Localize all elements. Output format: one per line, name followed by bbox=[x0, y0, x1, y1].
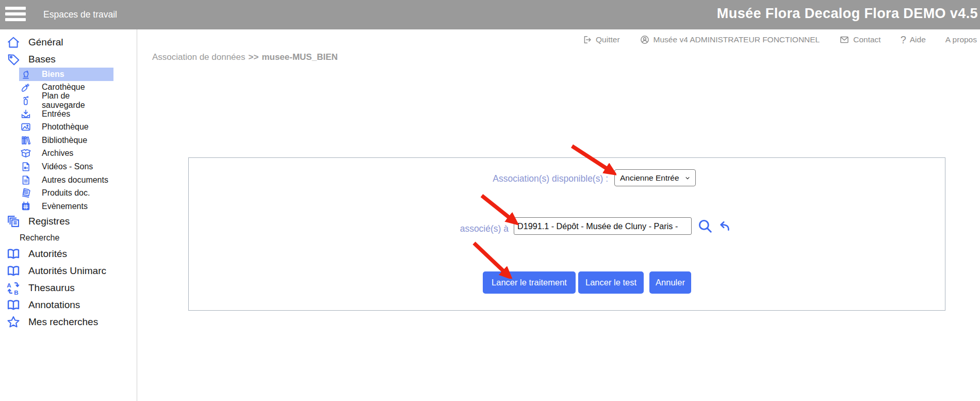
association-select-value: Ancienne Entrée bbox=[620, 173, 679, 183]
sidebar-item-inner: Entrées bbox=[19, 107, 113, 121]
sidebar-item-label: Autres documents bbox=[42, 175, 108, 185]
sidebar-item-inner: Bibliothèque bbox=[19, 134, 113, 147]
sidebar-item-label: Carothèque bbox=[42, 83, 85, 92]
sidebar-item-label: Archives bbox=[42, 149, 73, 158]
sidebar-item-label: Evènements bbox=[42, 202, 88, 211]
sidebar-item-plan-de-sauvegarde[interactable]: Plan de sauvegarde bbox=[0, 94, 137, 107]
home-icon bbox=[6, 35, 21, 50]
user-icon bbox=[640, 35, 650, 45]
header-link-quitter[interactable]: Quitter bbox=[582, 35, 620, 45]
sidebar-item-label: Entrées bbox=[42, 109, 70, 119]
breadcrumb-current: musee-MUS_BIEN bbox=[262, 52, 337, 62]
header-link-label: Contact bbox=[853, 35, 880, 44]
document-icon bbox=[20, 174, 31, 186]
artifact-icon bbox=[20, 69, 31, 80]
question-icon: ? bbox=[901, 35, 906, 45]
sidebar-item-inner: Autres documents bbox=[19, 173, 113, 187]
header-link-aide[interactable]: ?Aide bbox=[901, 35, 926, 45]
translate-icon: AB bbox=[6, 281, 21, 295]
association-form-panel: Association(s) disponible(s) : Ancienne … bbox=[188, 157, 945, 311]
sidebar-item-inner: Evènements bbox=[19, 200, 113, 213]
sidebar-item-registres[interactable]: Registres bbox=[0, 213, 137, 230]
sidebar-item-biens[interactable]: Biens bbox=[0, 68, 137, 81]
annuler-button[interactable]: Annuler bbox=[649, 271, 691, 294]
exit-icon bbox=[582, 35, 592, 45]
tag-icon bbox=[6, 52, 21, 67]
sidebar-item-autorites[interactable]: Autorités bbox=[0, 246, 137, 263]
association-select[interactable]: Ancienne Entrée bbox=[614, 169, 696, 186]
sidebar-item-videos-sons[interactable]: Vidéos - Sons bbox=[0, 160, 137, 173]
open-book-icon bbox=[6, 298, 21, 312]
star-icon bbox=[6, 315, 21, 329]
paper-stack-icon bbox=[20, 187, 31, 199]
archive-box-icon bbox=[20, 148, 31, 159]
sidebar-item-label: Autorités bbox=[28, 248, 67, 260]
header-link-contact[interactable]: Contact bbox=[839, 35, 880, 45]
sidebar-item-phototheque[interactable]: Photothèque bbox=[0, 120, 137, 134]
sidebar-item-inner: Biens bbox=[19, 68, 113, 81]
header-link-musee-v4-administrateur-fonctionnel[interactable]: Musée v4 ADMINISTRATEUR FONCTIONNEL bbox=[640, 35, 820, 45]
inbox-download-icon bbox=[20, 108, 31, 120]
books-icon bbox=[20, 135, 31, 146]
mail-icon bbox=[839, 35, 850, 45]
sidebar-item-recherche[interactable]: Recherche bbox=[0, 230, 137, 246]
search-icon[interactable] bbox=[697, 218, 713, 234]
lancer-test-button[interactable]: Lancer le test bbox=[578, 271, 644, 294]
sidebar-item-bases[interactable]: Bases bbox=[0, 51, 137, 68]
header-links: QuitterMusée v4 ADMINISTRATEUR FONCTIONN… bbox=[0, 29, 980, 50]
sidebar-item-label: Recherche bbox=[20, 233, 59, 243]
sidebar-item-label: Vidéos - Sons bbox=[42, 162, 93, 171]
sidebar-item-archives[interactable]: Archives bbox=[0, 147, 137, 161]
header-link-label: A propos bbox=[945, 35, 977, 44]
sidebar-item-inner: Vidéos - Sons bbox=[19, 160, 113, 173]
workspace-label: Espaces de travail bbox=[43, 9, 117, 20]
sidebar-item-mes-recherches[interactable]: Mes recherches bbox=[0, 314, 137, 331]
lancer-traitement-button[interactable]: Lancer le traitement bbox=[483, 271, 576, 294]
sidebar-item-autres-documents[interactable]: Autres documents bbox=[0, 173, 137, 187]
svg-text:B: B bbox=[14, 289, 18, 295]
video-file-icon bbox=[20, 161, 31, 172]
sidebar-item-label: Biens bbox=[42, 70, 64, 79]
photo-icon bbox=[20, 121, 31, 133]
association-available-label: Association(s) disponible(s) : bbox=[189, 173, 608, 184]
open-book-icon bbox=[6, 247, 21, 261]
sidebar-item-inner: Photothèque bbox=[19, 120, 113, 134]
chevron-down-icon bbox=[684, 174, 691, 182]
associe-label: associé(s) à bbox=[189, 223, 509, 234]
sidebar-item-label: Registres bbox=[28, 216, 70, 227]
sidebar-item-annotations[interactable]: Annotations bbox=[0, 297, 137, 314]
sidebar-item-bibliotheque[interactable]: Bibliothèque bbox=[0, 134, 137, 147]
sidebar-item-inner: Plan de sauvegarde bbox=[19, 94, 113, 107]
sidebar-item-autorites-unimarc[interactable]: Autorités Unimarc bbox=[0, 263, 137, 280]
registers-icon bbox=[6, 214, 21, 229]
open-book-icon bbox=[6, 264, 21, 278]
top-bar: Espaces de travail Musée Flora Decalog F… bbox=[0, 0, 980, 29]
sidebar-item-label: Thesaurus bbox=[28, 282, 75, 294]
sidebar-item-label: Mes recherches bbox=[28, 316, 98, 328]
sidebar-item-evenements[interactable]: Evènements bbox=[0, 200, 137, 213]
header-link-a-propos[interactable]: A propos bbox=[945, 35, 977, 44]
undo-icon[interactable] bbox=[716, 219, 731, 233]
sidebar-item-label: Produits doc. bbox=[42, 188, 90, 198]
extinguisher-icon bbox=[20, 95, 31, 106]
sidebar-item-entrees[interactable]: Entrées bbox=[0, 107, 137, 121]
sidebar-item-general[interactable]: Général bbox=[0, 34, 137, 51]
sidebar-item-inner: Produits doc. bbox=[19, 186, 113, 200]
sidebar-item-label: Général bbox=[28, 37, 63, 48]
sidebar: GénéralBasesBiensCarothèquePlan de sauve… bbox=[0, 29, 137, 401]
sidebar-item-label: Autorités Unimarc bbox=[28, 265, 106, 277]
header-link-label: Quitter bbox=[596, 35, 620, 44]
breadcrumb: Association de données>>musee-MUS_BIEN bbox=[152, 52, 338, 62]
hamburger-menu-icon[interactable] bbox=[5, 7, 26, 23]
sidebar-item-thesaurus[interactable]: ABThesaurus bbox=[0, 280, 137, 297]
associe-input[interactable] bbox=[514, 217, 692, 235]
sidebar-item-produits-doc[interactable]: Produits doc. bbox=[0, 186, 137, 200]
sidebar-item-label: Photothèque bbox=[42, 122, 89, 132]
sidebar-item-label: Annotations bbox=[28, 299, 80, 311]
core-sample-icon bbox=[20, 82, 31, 93]
sidebar-item-label: Bibliothèque bbox=[42, 136, 87, 145]
app-title: Musée Flora Decalog Flora DEMO v4.5 bbox=[717, 6, 978, 22]
breadcrumb-section[interactable]: Association de données bbox=[152, 52, 246, 62]
breadcrumb-separator: >> bbox=[249, 52, 259, 62]
sidebar-item-label: Bases bbox=[28, 54, 56, 65]
